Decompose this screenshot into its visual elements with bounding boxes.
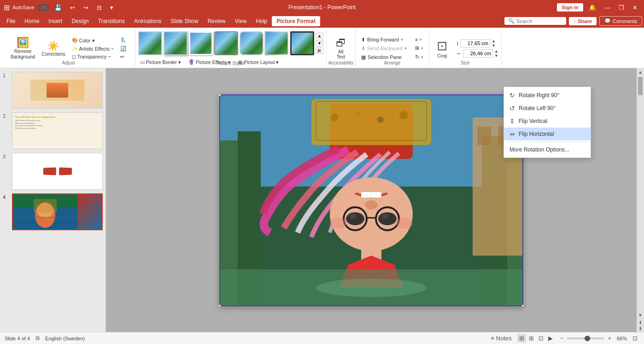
crop-button[interactable]: ⊡ Crop	[432, 37, 452, 60]
pic-style-1[interactable]	[138, 31, 162, 55]
svg-point-20	[377, 117, 384, 123]
transparency-button[interactable]: ◻ Transparency ~	[70, 53, 116, 60]
menu-insert[interactable]: Insert	[44, 16, 67, 26]
menu-picture-format[interactable]: Picture Format	[272, 16, 320, 26]
customize-btn[interactable]: ⊟	[94, 2, 105, 13]
ribbon-toggle-button[interactable]: 🔔	[586, 2, 599, 13]
menu-help[interactable]: Help	[252, 16, 272, 26]
styles-expand[interactable]: ⊞	[316, 47, 323, 54]
save-button[interactable]: 💾	[52, 2, 64, 13]
align-button[interactable]: ≡ ▾	[412, 36, 426, 43]
selection-pane-label: Selection Pane	[368, 54, 402, 60]
comments-icon: 💬	[604, 18, 611, 24]
menu-view[interactable]: View	[230, 16, 252, 26]
bring-forward-arrow: ▾	[401, 37, 403, 42]
search-box[interactable]: 🔍	[504, 17, 566, 25]
pic-style-6[interactable]	[264, 31, 288, 56]
menu-slideshow[interactable]: Slide Show	[166, 16, 203, 26]
zoom-slider: − +	[558, 334, 613, 343]
more-btn[interactable]: ▾	[107, 2, 117, 13]
styles-scroll-up[interactable]: ▲	[316, 33, 323, 39]
bring-forward-label: Bring Forward	[367, 37, 399, 42]
styles-scroll-arrows: ▲ ▼ ⊞	[316, 33, 323, 54]
notes-button[interactable]: ≡ Notes	[489, 334, 514, 343]
height-up[interactable]: ▲	[492, 39, 496, 43]
zoom-in-button[interactable]: +	[606, 334, 613, 343]
scroll-thumb[interactable]	[638, 77, 643, 95]
slide-item-3[interactable]: 3	[3, 153, 103, 190]
scroll-up-arrow[interactable]: ▲	[637, 68, 644, 76]
notes-label: Notes	[496, 335, 512, 342]
slide-item-2[interactable]: 2 Top Writing Tips for Beginners Write a…	[3, 112, 103, 149]
picture-styles-group: ▲ ▼ ⊞ ▭ Picture Border ▾ 🔮 Picture Effec…	[135, 29, 327, 67]
remove-background-button[interactable]: 🖼️ RemoveBackground	[9, 35, 37, 62]
scroll-down-arrow[interactable]: ▼	[637, 311, 644, 319]
restore-button[interactable]: ❐	[616, 2, 627, 13]
search-input[interactable]	[516, 18, 562, 24]
comments-button[interactable]: 💬 Comments	[599, 16, 642, 26]
slide-sorter-button[interactable]: ⊞	[527, 334, 536, 343]
selection-pane-button[interactable]: ▦ Selection Pane	[358, 53, 410, 61]
menu-file[interactable]: File	[2, 16, 20, 26]
color-button[interactable]: 🎨 Color ▾	[70, 36, 116, 44]
change-pic-icon: 🔄	[120, 46, 126, 52]
width-down[interactable]: ▼	[494, 53, 498, 58]
compress-pictures-button[interactable]: 🗜️	[118, 36, 128, 44]
rotate-left-90-icon: ↺	[509, 105, 515, 112]
artistic-effects-button[interactable]: ✨ Artistic Effects ~	[70, 45, 116, 52]
svg-point-30	[378, 212, 397, 225]
sign-in-button[interactable]: Sign in	[557, 3, 583, 12]
minimize-button[interactable]: —	[602, 2, 613, 13]
reset-picture-button[interactable]: ↩	[118, 53, 128, 60]
height-input[interactable]	[460, 39, 490, 47]
flip-horizontal-item[interactable]: ⇔ Flip Horizontal	[504, 128, 591, 140]
menu-transitions[interactable]: Transitions	[94, 16, 129, 26]
close-button[interactable]: ✕	[630, 2, 640, 13]
share-button[interactable]: ↑ Share	[569, 17, 597, 25]
normal-view-button[interactable]: ⊞	[517, 334, 526, 343]
pic-style-3[interactable]	[189, 31, 213, 55]
rotate-button[interactable]: ↻ ▾	[412, 53, 426, 61]
menu-home[interactable]: Home	[20, 16, 44, 26]
scroll-prev-slide[interactable]: ⬆	[638, 320, 642, 325]
flip-vertical-item[interactable]: ⇕ Flip Vertical	[504, 115, 591, 128]
title-bar-right: Sign in 🔔 — ❐ ✕	[428, 2, 640, 13]
slide-item-4[interactable]: 4	[3, 193, 103, 230]
alt-text-icon: 🗗	[336, 37, 346, 49]
undo-button[interactable]: ↩	[67, 2, 78, 13]
zoom-out-button[interactable]: −	[558, 334, 566, 343]
width-up[interactable]: ▲	[494, 49, 498, 53]
scroll-next-slide[interactable]: ⬇	[638, 326, 642, 331]
rotate-left-90-label: Rotate Left 90°	[519, 105, 556, 111]
zoom-thumb[interactable]	[585, 336, 590, 341]
styles-scroll-down[interactable]: ▼	[316, 40, 323, 47]
group-button[interactable]: ⊞ ▾	[412, 44, 426, 52]
width-input[interactable]	[463, 49, 493, 58]
bring-forward-button[interactable]: ⬆ Bring Forward ▾	[358, 36, 410, 44]
pic-style-7[interactable]	[290, 31, 314, 55]
menu-animations[interactable]: Animations	[129, 16, 166, 26]
send-backward-button[interactable]: ⬇ Send Backward ▾	[358, 45, 410, 52]
rotate-right-90-item[interactable]: ↻ Rotate Right 90°	[504, 89, 591, 102]
compress-icon: 🗜️	[120, 37, 126, 43]
height-down[interactable]: ▼	[492, 43, 496, 48]
reading-view-button[interactable]: ⊡	[537, 334, 545, 343]
menu-review[interactable]: Review	[203, 16, 230, 26]
alt-text-button[interactable]: 🗗 AltText	[331, 36, 351, 61]
menu-design[interactable]: Design	[67, 16, 93, 26]
pic-style-2[interactable]	[164, 31, 187, 55]
size-group: ⊡ Crop ↕ ▲ ▼ ↔ ▲	[429, 29, 502, 66]
rotate-left-90-item[interactable]: ↺ Rotate Left 90°	[504, 102, 591, 115]
slideshow-button[interactable]: ▶	[546, 334, 555, 343]
pic-style-4[interactable]	[214, 31, 238, 55]
right-scrollbar[interactable]: ▲ ▼ ⬆ ⬇	[637, 68, 644, 332]
change-picture-button[interactable]: 🔄	[118, 45, 128, 52]
slide-item-1[interactable]: 1	[3, 72, 103, 109]
corrections-button[interactable]: ☀️ Corrections	[40, 39, 67, 58]
more-rotation-options-item[interactable]: More Rotation Options...	[504, 144, 591, 156]
svg-point-18	[331, 114, 338, 121]
pic-style-5[interactable]	[240, 31, 263, 55]
redo-button[interactable]: ↪	[81, 2, 91, 13]
autosave-toggle[interactable]: Off	[37, 4, 49, 11]
fit-slide-button[interactable]: ⊡	[631, 334, 639, 343]
